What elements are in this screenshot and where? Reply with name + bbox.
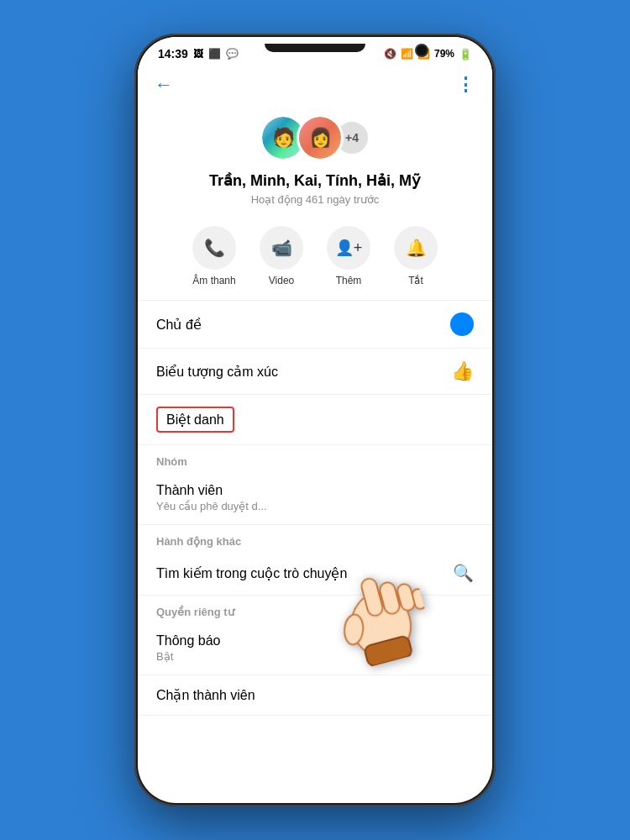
- audio-circle: 📞: [192, 226, 236, 270]
- action-video[interactable]: 📹 Video: [260, 226, 303, 286]
- status-bar: 14:39 🖼 ⬛ 💬 🔇 📶 📶 79% 🔋: [138, 37, 492, 67]
- section-header-quyen: Quyền riêng tư: [138, 596, 492, 622]
- tim-kiem-left: Tìm kiếm trong cuộc trò chuyện: [156, 565, 347, 581]
- add-label: Thêm: [336, 275, 362, 286]
- section-header-hanh-dong: Hành động khác: [138, 525, 492, 551]
- action-audio[interactable]: 📞 Âm thanh: [192, 226, 236, 286]
- add-person-icon: 👤+: [335, 239, 363, 257]
- status-gallery-icon: 🖼: [193, 48, 203, 60]
- thong-bao-left: Thông báo Bật: [156, 633, 221, 663]
- thanh-vien-title: Thành viên: [156, 483, 267, 498]
- settings-list: Chủ đề Biểu tượng cảm xúc 👍 Biệt danh: [138, 301, 492, 803]
- status-messenger-icon: 💬: [226, 48, 239, 60]
- phone-screen: 14:39 🖼 ⬛ 💬 🔇 📶 📶 79% 🔋 ← ⋮ 🧑: [138, 37, 492, 803]
- avatar-2: 👩: [297, 114, 344, 161]
- biet-danh-title: Biệt danh: [166, 412, 224, 427]
- settings-item-chu-de[interactable]: Chủ đề: [138, 301, 492, 348]
- search-icon: 🔍: [453, 563, 474, 583]
- video-label: Video: [269, 275, 294, 286]
- avatar-group: 🧑 👩 +4: [260, 114, 370, 161]
- group-name: Trần, Minh, Kai, Tính, Hải, Mỹ: [209, 171, 421, 190]
- add-circle: 👤+: [327, 226, 370, 270]
- profile-section: 🧑 👩 +4 Trần, Minh, Kai, Tính, Hải, Mỹ Ho…: [138, 106, 492, 219]
- settings-item-thanh-vien[interactable]: Thành viên Yêu cầu phê duyệt d...: [138, 471, 492, 524]
- settings-item-chan[interactable]: Chặn thành viên: [138, 675, 492, 715]
- divider-8: [138, 715, 492, 716]
- avatar-image-2: 👩: [299, 117, 341, 159]
- bieu-tuong-left: Biểu tượng cảm xúc: [156, 364, 278, 380]
- wifi-icon: 📶: [401, 48, 413, 60]
- phone-frame: 14:39 🖼 ⬛ 💬 🔇 📶 📶 79% 🔋 ← ⋮ 🧑: [134, 34, 496, 806]
- thanh-vien-subtitle: Yêu cầu phê duyệt d...: [156, 500, 267, 512]
- thong-bao-title: Thông báo: [156, 633, 221, 648]
- bieu-tuong-title: Biểu tượng cảm xúc: [156, 364, 278, 380]
- thumb-icon: 👍: [451, 360, 474, 382]
- mute-circle: 🔔: [394, 226, 438, 270]
- chan-title: Chặn thành viên: [156, 687, 255, 703]
- section-header-nhom: Nhóm: [138, 445, 492, 471]
- phone-notch: [265, 44, 365, 52]
- mute-label: Tắt: [408, 275, 423, 286]
- mute-icon: 🔇: [384, 48, 396, 60]
- theme-icon: [450, 312, 474, 336]
- back-button[interactable]: ←: [155, 74, 173, 96]
- chu-de-left: Chủ đề: [156, 317, 202, 333]
- audio-label: Âm thanh: [192, 275, 235, 286]
- thong-bao-subtitle: Bật: [156, 650, 221, 663]
- settings-item-bieu-tuong[interactable]: Biểu tượng cảm xúc 👍: [138, 349, 492, 394]
- battery-percent: 79%: [434, 48, 454, 60]
- bell-icon: 🔔: [406, 238, 427, 258]
- chan-left: Chặn thành viên: [156, 687, 255, 703]
- status-left: 14:39 🖼 ⬛ 💬: [158, 47, 239, 60]
- video-icon: 📹: [271, 238, 292, 258]
- chu-de-title: Chủ đề: [156, 317, 202, 333]
- phone-camera: [415, 44, 428, 57]
- phone-icon: 📞: [204, 238, 225, 258]
- action-row: 📞 Âm thanh 📹 Video 👤+ Thêm 🔔: [138, 219, 492, 300]
- action-mute[interactable]: 🔔 Tắt: [394, 226, 438, 286]
- battery-icon: 🔋: [459, 48, 472, 60]
- group-activity: Hoạt động 461 ngày trước: [251, 193, 380, 206]
- tim-kiem-title: Tìm kiếm trong cuộc trò chuyện: [156, 565, 347, 581]
- status-camera-icon: ⬛: [208, 48, 221, 60]
- video-circle: 📹: [260, 226, 303, 270]
- app-header: ← ⋮: [138, 67, 492, 106]
- action-add[interactable]: 👤+ Thêm: [327, 226, 370, 286]
- settings-item-thong-bao[interactable]: Thông báo Bật: [138, 622, 492, 675]
- status-time: 14:39: [158, 47, 188, 60]
- settings-item-biet-danh[interactable]: Biệt danh: [138, 395, 492, 444]
- thanh-vien-left: Thành viên Yêu cầu phê duyệt d...: [156, 483, 267, 512]
- more-button[interactable]: ⋮: [456, 74, 475, 96]
- settings-item-tim-kiem[interactable]: Tìm kiếm trong cuộc trò chuyện 🔍: [138, 551, 492, 595]
